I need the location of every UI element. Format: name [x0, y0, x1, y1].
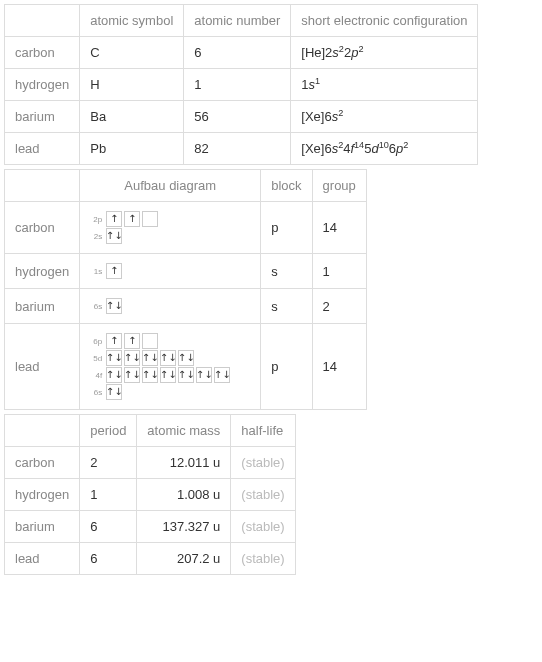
atomic-symbol: Ba: [80, 101, 184, 133]
half-life-value: (stable): [231, 543, 295, 575]
element-name: hydrogen: [5, 479, 80, 511]
orbital-label: 2p: [90, 215, 102, 224]
orbital-box-icon: ↑: [124, 211, 140, 227]
atomic-mass-value: 137.327 u: [137, 511, 231, 543]
orbital-box-icon: ↑↓: [142, 367, 158, 383]
atomic-mass-value: 207.2 u: [137, 543, 231, 575]
electron-config: [Xe]6s2: [291, 101, 478, 133]
group-value: 1: [312, 254, 366, 289]
table-row: lead6207.2 u(stable): [5, 543, 296, 575]
block-value: s: [261, 289, 312, 324]
orbital-label: 6p: [90, 337, 102, 346]
element-name: lead: [5, 133, 80, 165]
blank-header: [5, 170, 80, 202]
table-row: barium6137.327 u(stable): [5, 511, 296, 543]
orbital-box-icon: ↑↓: [178, 367, 194, 383]
orbital-row: 6s↑↓: [90, 298, 250, 314]
orbital-box-icon: ↑↓: [106, 298, 122, 314]
orbital-label: 2s: [90, 232, 102, 241]
orbital-row: 6s↑↓: [90, 384, 250, 400]
orbital-box-icon: ↑: [106, 263, 122, 279]
orbital-box-icon: ↑↓: [106, 367, 122, 383]
table-row: leadPb82[Xe]6s24f145d106p2: [5, 133, 478, 165]
table-row: carbon212.011 u(stable): [5, 447, 296, 479]
element-name: barium: [5, 101, 80, 133]
atomic-number: 56: [184, 101, 291, 133]
orbital-box-icon: ↑: [106, 333, 122, 349]
orbital-label: 4f: [90, 371, 102, 380]
col-period: period: [80, 415, 137, 447]
col-aufbau: Aufbau diagram: [80, 170, 261, 202]
orbital-box-icon: ↑↓: [214, 367, 230, 383]
orbital-label: 1s: [90, 267, 102, 276]
table-row: barium6s↑↓s2: [5, 289, 367, 324]
atomic-symbol: Pb: [80, 133, 184, 165]
orbital-row: 1s↑: [90, 263, 250, 279]
table-row: hydrogen11.008 u(stable): [5, 479, 296, 511]
orbital-row: 4f↑↓↑↓↑↓↑↓↑↓↑↓↑↓: [90, 367, 250, 383]
orbital-box-icon: ↑↓: [124, 350, 140, 366]
table-row: hydrogen1s↑s1: [5, 254, 367, 289]
period-value: 1: [80, 479, 137, 511]
element-name: barium: [5, 511, 80, 543]
aufbau-diagram: 6p↑↑5d↑↓↑↓↑↓↑↓↑↓4f↑↓↑↓↑↓↑↓↑↓↑↓↑↓6s↑↓: [80, 324, 261, 410]
orbital-box-icon: ↑↓: [196, 367, 212, 383]
element-name: lead: [5, 543, 80, 575]
aufbau-diagram: 6s↑↓: [80, 289, 261, 324]
element-name: lead: [5, 324, 80, 410]
table-row: carbon2p↑↑2s↑↓p14: [5, 202, 367, 254]
element-name: hydrogen: [5, 69, 80, 101]
col-group: group: [312, 170, 366, 202]
aufbau-diagram: 1s↑: [80, 254, 261, 289]
atomic-mass-value: 12.011 u: [137, 447, 231, 479]
table-row: carbonC6[He]2s22p2: [5, 37, 478, 69]
orbital-label: 5d: [90, 354, 102, 363]
orbital-box-icon: ↑↓: [124, 367, 140, 383]
orbital-box-icon: [142, 211, 158, 227]
electron-config: [Xe]6s24f145d106p2: [291, 133, 478, 165]
element-name: barium: [5, 289, 80, 324]
atomic-symbol: H: [80, 69, 184, 101]
orbital-box-icon: [142, 333, 158, 349]
orbital-box-icon: ↑↓: [160, 350, 176, 366]
period-value: 6: [80, 511, 137, 543]
blank-header: [5, 415, 80, 447]
atomic-number: 6: [184, 37, 291, 69]
orbital-box-icon: ↑↓: [106, 350, 122, 366]
orbital-box-icon: ↑↓: [178, 350, 194, 366]
block-value: p: [261, 202, 312, 254]
col-atomic-symbol: atomic symbol: [80, 5, 184, 37]
element-name: carbon: [5, 447, 80, 479]
electron-config: [He]2s22p2: [291, 37, 478, 69]
orbital-row: 5d↑↓↑↓↑↓↑↓↑↓: [90, 350, 250, 366]
orbital-row: 6p↑↑: [90, 333, 250, 349]
orbital-box-icon: ↑↓: [160, 367, 176, 383]
orbital-label: 6s: [90, 302, 102, 311]
aufbau-diagram: 2p↑↑2s↑↓: [80, 202, 261, 254]
group-value: 14: [312, 202, 366, 254]
table-row: lead6p↑↑5d↑↓↑↓↑↓↑↓↑↓4f↑↓↑↓↑↓↑↓↑↓↑↓↑↓6s↑↓…: [5, 324, 367, 410]
half-life-value: (stable): [231, 511, 295, 543]
properties-table-1: atomic symbol atomic number short electr…: [4, 4, 478, 165]
orbital-box-icon: ↑↓: [106, 228, 122, 244]
atomic-symbol: C: [80, 37, 184, 69]
orbital-box-icon: ↑↓: [142, 350, 158, 366]
table-row: hydrogenH11s1: [5, 69, 478, 101]
block-value: p: [261, 324, 312, 410]
half-life-value: (stable): [231, 479, 295, 511]
orbital-row: 2s↑↓: [90, 228, 250, 244]
period-value: 6: [80, 543, 137, 575]
col-half-life: half-life: [231, 415, 295, 447]
orbital-row: 2p↑↑: [90, 211, 250, 227]
atomic-mass-value: 1.008 u: [137, 479, 231, 511]
element-name: carbon: [5, 37, 80, 69]
col-atomic-mass: atomic mass: [137, 415, 231, 447]
group-value: 2: [312, 289, 366, 324]
orbital-box-icon: ↑↓: [106, 384, 122, 400]
electron-config: 1s1: [291, 69, 478, 101]
col-atomic-number: atomic number: [184, 5, 291, 37]
col-block: block: [261, 170, 312, 202]
col-short-config: short electronic configuration: [291, 5, 478, 37]
period-value: 2: [80, 447, 137, 479]
blank-header: [5, 5, 80, 37]
